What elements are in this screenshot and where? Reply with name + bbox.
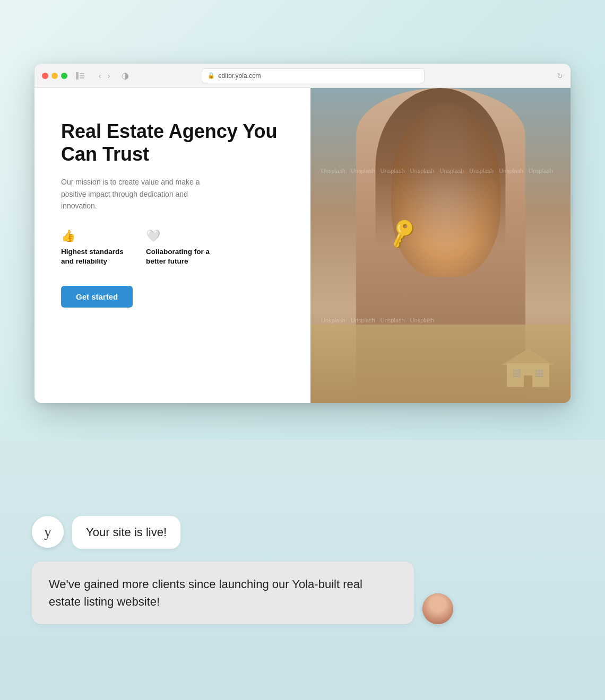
feature-2-label: Collaborating for a better future [146,247,210,267]
browser-window: ‹ › ◑ 🔒 editor.yola.com ↻ Real Estate Ag… [34,64,571,403]
get-started-button[interactable]: Get started [61,286,133,308]
features-row: 👍 Highest standards and reliability 🤍 Co… [61,229,284,267]
bubble-testimonial: We've gained more clients since launchin… [32,562,414,624]
nav-buttons: ‹ › [96,71,113,81]
lock-icon: 🔒 [208,72,215,79]
svg-rect-2 [80,75,84,76]
bubble-site-live: Your site is live! [72,516,180,549]
user-avatar [422,593,453,624]
browser-content: Real Estate Agency You Can Trust Our mis… [34,88,571,403]
close-button[interactable] [42,73,48,79]
chat-bubble-2: We've gained more clients since launchin… [32,562,573,624]
feature-item-1: 👍 Highest standards and reliability [61,229,125,267]
browser-toolbar: ‹ › ◑ 🔒 editor.yola.com ↻ [34,64,571,88]
minimize-button[interactable] [51,73,58,79]
hero-image-panel: 🔑 Unsplash Unsplash Unsplash Unsplash Un… [310,88,571,403]
heart-icon: 🤍 [146,229,210,243]
yola-avatar: y [32,516,64,548]
feature-1-label: Highest standards and reliability [61,247,125,267]
url-text: editor.yola.com [218,72,261,80]
chat-bubble-1: y Your site is live! [32,516,573,549]
hero-title: Real Estate Agency You Can Trust [61,120,284,165]
traffic-lights [42,73,67,79]
content-left: Real Estate Agency You Can Trust Our mis… [34,88,310,403]
back-button[interactable]: ‹ [96,71,104,81]
hero-photo: 🔑 Unsplash Unsplash Unsplash Unsplash Un… [310,88,571,403]
user-avatar-image [422,593,453,624]
sidebar-toggle-icon[interactable] [73,68,88,83]
thumbs-up-icon: 👍 [61,229,125,243]
chat-section: y Your site is live! We've gained more c… [0,440,605,700]
svg-rect-1 [80,73,84,74]
url-bar[interactable]: 🔒 editor.yola.com [202,68,425,83]
svg-rect-0 [76,72,79,80]
forward-button[interactable]: › [105,71,113,81]
reload-button[interactable]: ↻ [557,72,563,80]
hero-description: Our mission is to create value and make … [61,176,210,212]
svg-rect-3 [80,77,84,78]
brightness-icon[interactable]: ◑ [118,68,133,83]
maximize-button[interactable] [61,73,67,79]
feature-item-2: 🤍 Collaborating for a better future [146,229,210,267]
